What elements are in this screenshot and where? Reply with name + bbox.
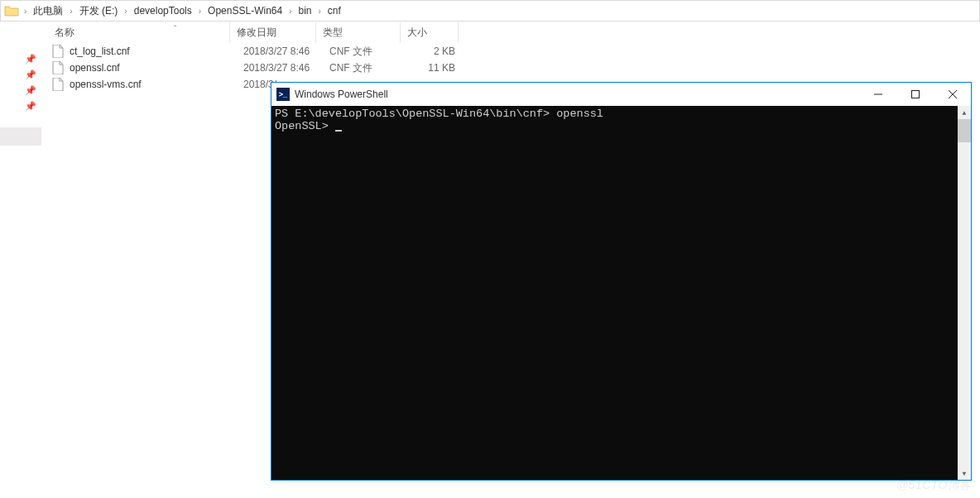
quick-access-pane: 📌 📌 📌 📌 <box>0 22 41 498</box>
scroll-up-button[interactable]: ▲ <box>958 106 971 119</box>
maximize-button[interactable] <box>896 83 934 106</box>
selection-highlight <box>0 127 41 146</box>
chevron-right-icon: › <box>197 7 203 16</box>
breadcrumb-item[interactable]: OpenSSL-Win64 <box>203 1 287 21</box>
file-type: CNF 文件 <box>326 61 411 75</box>
minimize-button[interactable] <box>859 83 896 106</box>
file-size: 11 KB <box>411 62 462 74</box>
breadcrumb-item[interactable]: cnf <box>323 1 346 21</box>
cursor-icon <box>335 130 342 132</box>
column-header-date[interactable]: 修改日期 <box>230 22 316 43</box>
file-row[interactable]: openssl.cnf 2018/3/27 8:46 CNF 文件 11 KB <box>41 60 980 76</box>
powershell-window[interactable]: >_ Windows PowerShell PS E:\developTools… <box>271 82 972 481</box>
window-controls <box>859 83 971 106</box>
terminal-prompt: OpenSSL> <box>275 120 335 132</box>
chevron-right-icon: › <box>68 7 74 16</box>
column-header-size[interactable]: 大小 <box>401 22 459 43</box>
sort-indicator-icon: ˆ <box>174 25 176 34</box>
file-size: 2 KB <box>411 45 462 57</box>
file-icon <box>51 78 65 91</box>
chevron-right-icon: › <box>287 7 293 16</box>
breadcrumb-item[interactable]: 开发 (E:) <box>74 1 123 21</box>
file-type: CNF 文件 <box>326 45 411 59</box>
pin-icon: 📌 <box>0 83 41 98</box>
file-row[interactable]: ct_log_list.cnf 2018/3/27 8:46 CNF 文件 2 … <box>41 43 980 60</box>
file-icon <box>51 61 65 74</box>
file-name: openssl-vms.cnf <box>70 79 240 90</box>
scrollbar-track[interactable] <box>958 119 971 467</box>
column-headers: 名称 修改日期 类型 大小 <box>41 22 980 43</box>
pin-icon: 📌 <box>0 51 41 67</box>
window-title-bar[interactable]: >_ Windows PowerShell <box>271 83 971 106</box>
chevron-right-icon: › <box>22 7 28 16</box>
breadcrumb-item[interactable]: 此电脑 <box>28 1 68 21</box>
scrollbar-thumb[interactable] <box>958 119 971 142</box>
file-date: 2018/3/27 8:46 <box>240 62 326 74</box>
terminal-content[interactable]: PS E:\developTools\OpenSSL-Win64\bin\cnf… <box>271 106 971 480</box>
column-header-type[interactable]: 类型 <box>316 22 401 43</box>
window-title: Windows PowerShell <box>295 89 859 100</box>
folder-icon <box>4 3 19 18</box>
powershell-icon: >_ <box>276 88 290 101</box>
chevron-right-icon: › <box>317 7 323 16</box>
watermark: @51CTO博客 <box>896 478 972 493</box>
file-icon <box>51 45 65 58</box>
terminal-prompt: PS E:\developTools\OpenSSL-Win64\bin\cnf… <box>275 108 556 120</box>
file-date: 2018/3/27 8:46 <box>240 45 326 57</box>
breadcrumb-item[interactable]: bin <box>294 1 317 21</box>
breadcrumb-item[interactable]: developTools <box>129 1 197 21</box>
breadcrumb-bar: › 此电脑 › 开发 (E:) › developTools › OpenSSL… <box>0 0 980 22</box>
pin-icon: 📌 <box>0 98 41 114</box>
close-button[interactable] <box>934 83 971 106</box>
terminal-command: openssl <box>556 108 603 120</box>
pin-icon: 📌 <box>0 67 41 83</box>
file-name: openssl.cnf <box>70 62 240 74</box>
file-name: ct_log_list.cnf <box>70 45 240 57</box>
scrollbar[interactable]: ▲ ▼ <box>958 106 971 480</box>
column-header-name[interactable]: 名称 <box>41 22 230 43</box>
chevron-right-icon: › <box>122 7 128 16</box>
svg-rect-1 <box>911 91 919 98</box>
